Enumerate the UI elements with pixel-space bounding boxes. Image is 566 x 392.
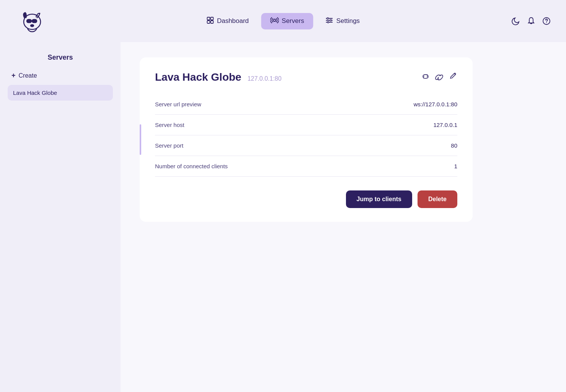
delete-server-button[interactable]: Delete (418, 190, 457, 208)
moon-btn[interactable] (512, 17, 520, 25)
info-row-port: Server port 80 (155, 135, 457, 156)
logo-area (15, 6, 46, 36)
create-server-button[interactable]: + Create (8, 69, 41, 82)
bell-btn[interactable] (527, 17, 535, 25)
info-row-url: Server url preview ws://127.0.0.1:80 (155, 94, 457, 115)
server-card-address: 127.0.0.1:80 (248, 75, 282, 82)
buttons-row: Jump to clients Delete (155, 190, 457, 208)
info-label-port: Server port (155, 142, 183, 149)
accent-bar (140, 124, 141, 155)
svg-rect-7 (207, 21, 210, 23)
svg-rect-1 (27, 20, 31, 23)
server-card: Lava Hack Globe 127.0.0.1:80 (140, 57, 473, 222)
server-card-header: Lava Hack Globe 127.0.0.1:80 (155, 71, 457, 83)
dashboard-icon (206, 16, 214, 26)
info-value-url: ws://127.0.0.1:80 (414, 101, 457, 107)
nav-links: Dashboard Servers (197, 13, 369, 30)
svg-rect-2 (32, 20, 37, 23)
refresh-server-btn[interactable] (421, 72, 430, 83)
info-label-url: Server url preview (155, 101, 201, 107)
edit-server-btn[interactable] (449, 72, 457, 83)
dashboard-nav-btn[interactable]: Dashboard (197, 13, 258, 30)
info-row-clients: Number of connected clients 1 (155, 156, 457, 177)
info-row-host: Server host 127.0.0.1 (155, 115, 457, 135)
sidebar-item-label: Lava Hack Globe (13, 89, 57, 96)
info-rows-container: Server url preview ws://127.0.0.1:80 Ser… (155, 94, 457, 177)
plus-icon: + (11, 72, 16, 80)
nav-right (512, 17, 551, 25)
help-btn[interactable] (542, 17, 551, 25)
svg-point-13 (327, 18, 329, 19)
svg-point-9 (273, 19, 276, 21)
svg-point-4 (31, 25, 34, 27)
servers-nav-label: Servers (282, 17, 304, 25)
server-card-title-group: Lava Hack Globe 127.0.0.1:80 (155, 71, 282, 83)
content-area: Lava Hack Globe 127.0.0.1:80 (121, 42, 566, 392)
copy-link-btn[interactable] (435, 72, 444, 83)
svg-point-14 (330, 20, 332, 21)
main-layout: Servers + Create Lava Hack Globe Lava Ha… (0, 42, 566, 392)
info-label-host: Server host (155, 122, 184, 128)
sidebar-item-lava-hack-globe[interactable]: Lava Hack Globe (8, 85, 113, 101)
svg-rect-8 (210, 21, 213, 23)
info-label-clients: Number of connected clients (155, 163, 228, 169)
sidebar-title: Servers (8, 54, 113, 62)
svg-point-17 (546, 22, 547, 23)
server-card-actions (421, 72, 457, 83)
jump-to-clients-button[interactable]: Jump to clients (346, 190, 412, 208)
svg-rect-5 (207, 17, 210, 20)
info-value-host: 127.0.0.1 (433, 122, 457, 128)
servers-nav-btn[interactable]: Servers (261, 13, 313, 29)
sidebar: Servers + Create Lava Hack Globe (0, 42, 121, 392)
info-value-port: 80 (451, 142, 457, 149)
settings-icon (326, 17, 333, 26)
logo-icon (15, 6, 46, 36)
topnav: Dashboard Servers (0, 0, 566, 42)
info-value-clients: 1 (454, 163, 457, 169)
svg-point-15 (328, 21, 329, 23)
settings-nav-label: Settings (336, 17, 360, 25)
dashboard-nav-label: Dashboard (217, 17, 249, 25)
svg-rect-6 (210, 17, 213, 20)
servers-icon (270, 17, 279, 26)
server-card-title: Lava Hack Globe (155, 71, 241, 83)
settings-nav-btn[interactable]: Settings (316, 13, 369, 29)
create-label: Create (19, 72, 37, 79)
